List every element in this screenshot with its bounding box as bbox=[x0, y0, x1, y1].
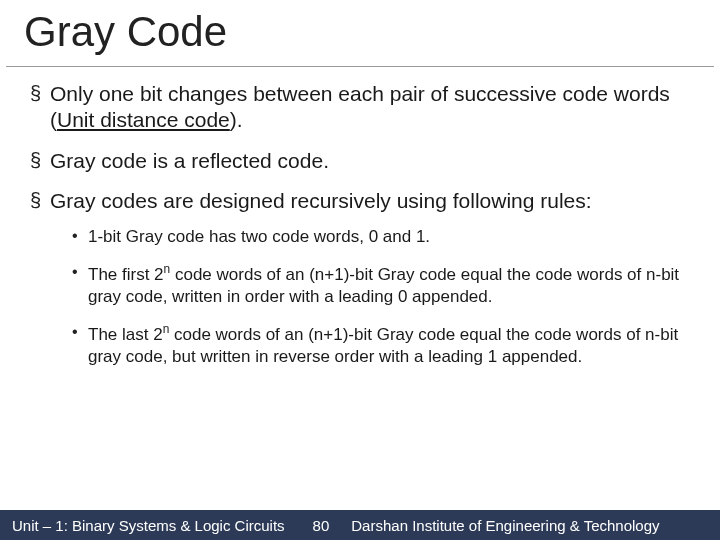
bullet-1-text-c: ). bbox=[230, 108, 243, 131]
bullet-1: Only one bit changes between each pair o… bbox=[30, 81, 698, 134]
bullet-3: Gray codes are designed recursively usin… bbox=[30, 188, 698, 368]
main-list: Only one bit changes between each pair o… bbox=[30, 81, 698, 368]
bullet-3-text: Gray codes are designed recursively usin… bbox=[50, 189, 592, 212]
sub-bullet-2-t1: The first 2 bbox=[88, 265, 164, 284]
sub-bullet-3-t2: code words of an (n+1)-bit Gray code equ… bbox=[88, 325, 678, 366]
sub-bullet-2: The first 2n code words of an (n+1)-bit … bbox=[72, 262, 698, 308]
footer-institute: Darshan Institute of Engineering & Techn… bbox=[351, 517, 659, 534]
bullet-1-underline: Unit distance code bbox=[57, 108, 230, 131]
bullet-2-text: Gray code is a reflected code. bbox=[50, 149, 329, 172]
content-area: Only one bit changes between each pair o… bbox=[0, 81, 720, 368]
footer-unit-label: Unit – 1: Binary Systems & Logic Circuit… bbox=[12, 517, 285, 534]
sub-bullet-1-text: 1-bit Gray code has two code words, 0 an… bbox=[88, 227, 430, 246]
sub-bullet-3: The last 2n code words of an (n+1)-bit G… bbox=[72, 322, 698, 368]
bullet-2: Gray code is a reflected code. bbox=[30, 148, 698, 174]
footer-page-number: 80 bbox=[313, 517, 330, 534]
sub-bullet-3-t1: The last 2 bbox=[88, 325, 163, 344]
footer-bar: Unit – 1: Binary Systems & Logic Circuit… bbox=[0, 510, 720, 540]
slide: Gray Code Only one bit changes between e… bbox=[0, 0, 720, 540]
sub-bullet-1: 1-bit Gray code has two code words, 0 an… bbox=[72, 226, 698, 248]
sub-bullet-2-t2: code words of an (n+1)-bit Gray code equ… bbox=[88, 265, 679, 306]
page-title: Gray Code bbox=[6, 0, 714, 67]
sub-list: 1-bit Gray code has two code words, 0 an… bbox=[50, 214, 698, 368]
